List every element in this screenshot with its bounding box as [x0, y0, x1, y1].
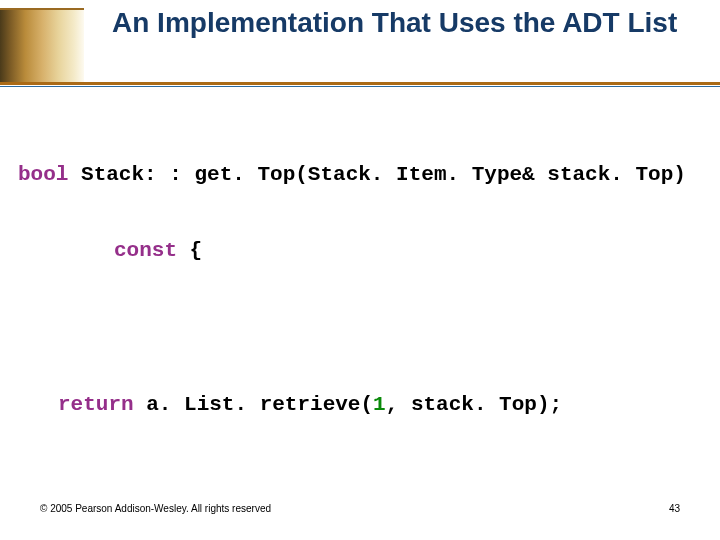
- literal-one: 1: [373, 393, 386, 416]
- header-rule-bottom: [0, 86, 720, 87]
- header-ornament: [0, 8, 84, 82]
- code-call-before: a. List. retrieve(: [134, 393, 373, 416]
- keyword-bool: bool: [18, 163, 68, 186]
- code-brace-open: {: [177, 239, 202, 262]
- code-gap-2: [18, 467, 702, 495]
- code-line-1: bool Stack: : get. Top(Stack. Item. Type…: [18, 162, 702, 187]
- code-line-3: return a. List. retrieve(1, stack. Top);: [18, 392, 702, 417]
- code-sig: Stack: : get. Top(Stack. Item. Type& sta…: [68, 163, 686, 186]
- code-line-2: const {: [18, 238, 702, 263]
- copyright-text: © 2005 Pearson Addison-Wesley. All right…: [40, 503, 271, 514]
- code-gap-1: [18, 314, 702, 342]
- slide: An Implementation That Uses the ADT List…: [0, 0, 720, 540]
- slide-title: An Implementation That Uses the ADT List: [112, 6, 696, 40]
- header-rule-top: [0, 82, 720, 85]
- keyword-const: const: [114, 239, 177, 262]
- page-number: 43: [669, 503, 680, 514]
- slide-body: bool Stack: : get. Top(Stack. Item. Type…: [18, 112, 702, 540]
- code-call-after: , stack. Top);: [386, 393, 562, 416]
- keyword-return: return: [58, 393, 134, 416]
- slide-footer: © 2005 Pearson Addison-Wesley. All right…: [40, 503, 680, 514]
- code-block: bool Stack: : get. Top(Stack. Item. Type…: [18, 112, 702, 540]
- slide-header: An Implementation That Uses the ADT List: [0, 0, 720, 94]
